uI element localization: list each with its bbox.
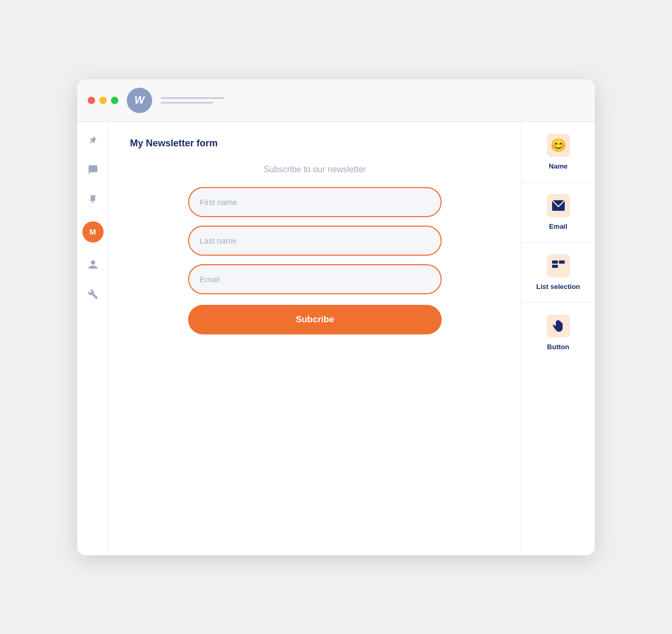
traffic-lights xyxy=(88,97,118,104)
list-icon xyxy=(547,254,570,277)
title-line-2 xyxy=(161,102,213,104)
right-sidebar-item-email[interactable]: Email xyxy=(521,182,595,243)
email-label: Email xyxy=(549,222,567,230)
pin-icon[interactable] xyxy=(86,133,100,147)
last-name-field xyxy=(188,226,442,256)
maximize-button[interactable] xyxy=(111,97,118,104)
wp-logo-text: W xyxy=(135,94,145,106)
browser-window: W xyxy=(77,79,595,555)
svg-rect-2 xyxy=(559,260,565,264)
center-content: My Newsletter form Subscribe to our news… xyxy=(109,122,521,555)
form-container: Subscribe to our newsletter Subcribe xyxy=(188,165,442,334)
right-sidebar-item-name[interactable]: 😊 Name xyxy=(521,122,595,182)
avatar-label: M xyxy=(89,227,96,236)
first-name-input[interactable] xyxy=(188,187,442,217)
wrench-icon[interactable] xyxy=(86,287,100,302)
title-bar: W xyxy=(77,79,595,122)
pushpin-icon[interactable] xyxy=(86,192,100,207)
right-sidebar-item-button[interactable]: Button xyxy=(521,303,595,362)
form-title: My Newsletter form xyxy=(130,138,500,149)
left-sidebar: M xyxy=(77,122,109,555)
minimize-button[interactable] xyxy=(99,97,107,104)
email-field xyxy=(188,264,442,294)
main-layout: M My Newsletter form Subscribe to our ne… xyxy=(77,122,595,555)
form-subtitle: Subscribe to our newsletter xyxy=(188,165,442,174)
svg-rect-3 xyxy=(552,265,558,268)
button-label: Button xyxy=(547,343,570,351)
svg-rect-1 xyxy=(552,260,558,264)
list-selection-label: List selection xyxy=(536,283,580,291)
right-sidebar-item-list[interactable]: List selection xyxy=(521,243,595,303)
title-bar-lines xyxy=(161,97,224,104)
name-label: Name xyxy=(549,162,567,170)
user-avatar[interactable]: M xyxy=(82,221,104,243)
right-sidebar: 😊 Name Email xyxy=(521,122,595,555)
subscribe-button[interactable]: Subcribe xyxy=(188,305,442,334)
user-icon[interactable] xyxy=(86,257,100,272)
title-line-1 xyxy=(161,97,224,99)
wordpress-logo: W xyxy=(127,88,152,113)
name-icon: 😊 xyxy=(547,134,570,157)
email-input[interactable] xyxy=(188,264,442,294)
comment-icon[interactable] xyxy=(86,162,100,177)
email-icon xyxy=(547,194,570,217)
close-button[interactable] xyxy=(88,97,95,104)
svg-rect-4 xyxy=(559,265,565,268)
first-name-field xyxy=(188,187,442,217)
last-name-input[interactable] xyxy=(188,226,442,256)
button-icon xyxy=(547,314,570,338)
